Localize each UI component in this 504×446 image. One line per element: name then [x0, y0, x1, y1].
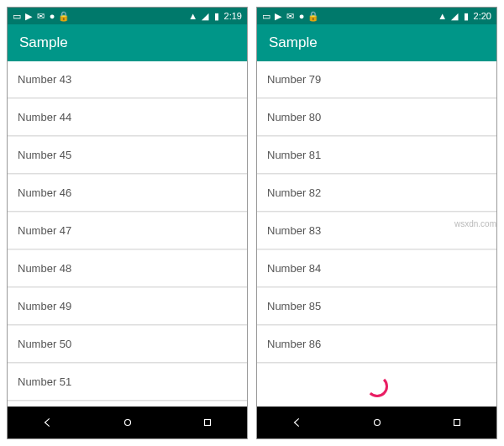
list-item[interactable]: Number 79: [257, 61, 496, 98]
mail-icon: ✉: [286, 12, 294, 20]
wifi-icon: ▲: [189, 12, 197, 20]
app-bar: Sample: [8, 24, 247, 61]
play-icon: ▶: [274, 12, 282, 20]
list-item[interactable]: Number 84: [257, 250, 496, 287]
list-view[interactable]: Number 79 Number 80 Number 81 Number 82 …: [257, 61, 496, 407]
mail-icon: ✉: [36, 12, 45, 20]
cell-icon: ◢: [450, 12, 459, 20]
phone-screen-right: ▭ ▶ ✉ ● 🔒 ▲ ◢ ▮ 2:20 Sample Number 79 Nu…: [256, 7, 497, 439]
app-title: Sample: [19, 34, 68, 51]
nav-home-icon[interactable]: [121, 416, 134, 429]
svg-rect-1: [204, 420, 210, 426]
nav-back-icon[interactable]: [41, 416, 55, 429]
svg-point-0: [124, 420, 130, 426]
list-item[interactable]: Number 49: [8, 288, 247, 325]
status-right-icons: ▲ ◢ ▮ 2:19: [189, 11, 242, 21]
list-view[interactable]: Number 43 Number 44 Number 45 Number 46 …: [8, 61, 247, 407]
list-item[interactable]: Number 44: [8, 99, 247, 136]
list-item[interactable]: Number 51: [8, 364, 247, 401]
list-item[interactable]: Number 48: [8, 250, 247, 287]
status-left-icons: ▭ ▶ ✉ ● 🔒: [13, 12, 68, 20]
list-item[interactable]: Number 82: [257, 175, 496, 212]
nav-recent-icon[interactable]: [201, 416, 214, 429]
list-item[interactable]: Number 46: [8, 175, 247, 212]
phone-screen-left: ▭ ▶ ✉ ● 🔒 ▲ ◢ ▮ 2:19 Sample Number 43 Nu…: [7, 7, 248, 439]
app-title: Sample: [269, 34, 318, 51]
nav-back-icon[interactable]: [291, 416, 304, 429]
battery-icon: ▮: [213, 12, 221, 20]
lock-icon: 🔒: [309, 12, 318, 20]
list-item[interactable]: Number 45: [8, 137, 247, 174]
list-item[interactable]: Number 43: [8, 61, 247, 98]
watermark: wsxdn.com: [454, 219, 496, 228]
wifi-icon: ▲: [438, 12, 447, 20]
circle-icon: ●: [297, 12, 306, 20]
youtube-icon: ▭: [13, 12, 21, 20]
list-item[interactable]: Number 85: [257, 288, 496, 325]
loading-row: [257, 364, 496, 407]
svg-point-2: [374, 420, 380, 426]
status-bar: ▭ ▶ ✉ ● 🔒 ▲ ◢ ▮ 2:19: [8, 8, 247, 24]
list-item[interactable]: Number 80: [257, 99, 496, 136]
status-time: 2:20: [474, 11, 491, 21]
status-bar: ▭ ▶ ✉ ● 🔒 ▲ ◢ ▮ 2:20: [257, 8, 496, 24]
list-item[interactable]: Number 83: [257, 213, 496, 249]
play-icon: ▶: [24, 12, 33, 20]
status-right-icons: ▲ ◢ ▮ 2:20: [438, 11, 491, 21]
battery-icon: ▮: [462, 12, 470, 20]
status-time: 2:19: [224, 11, 242, 21]
lock-icon: 🔒: [60, 12, 68, 20]
nav-recent-icon[interactable]: [450, 416, 464, 429]
status-left-icons: ▭ ▶ ✉ ● 🔒: [262, 12, 318, 20]
list-item[interactable]: Number 50: [8, 326, 247, 363]
nav-bar: [8, 407, 247, 438]
svg-rect-3: [454, 420, 459, 426]
app-bar: Sample: [257, 24, 496, 61]
list-item[interactable]: Number 86: [257, 326, 496, 363]
youtube-icon: ▭: [262, 12, 270, 20]
cell-icon: ◢: [201, 12, 209, 20]
list-item[interactable]: Number 47: [8, 213, 247, 249]
circle-icon: ●: [48, 12, 56, 20]
nav-bar: [257, 407, 496, 438]
loading-spinner-icon: [366, 375, 388, 397]
nav-home-icon[interactable]: [370, 416, 384, 429]
list-item[interactable]: Number 81: [257, 137, 496, 174]
